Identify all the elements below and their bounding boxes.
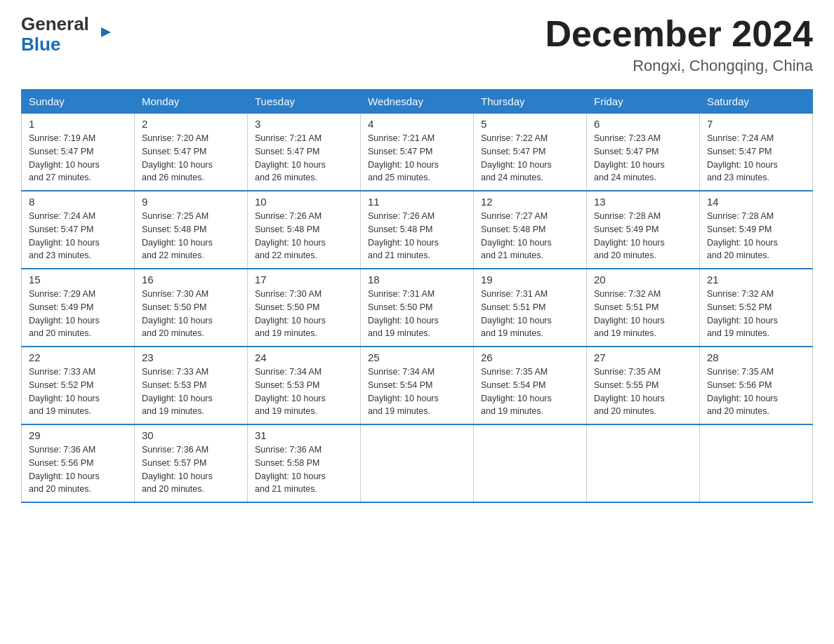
day-info: Sunrise: 7:36 AMSunset: 5:56 PMDaylight:… <box>29 443 127 496</box>
calendar-cell: 2 Sunrise: 7:20 AMSunset: 5:47 PMDayligh… <box>135 114 248 192</box>
day-number: 9 <box>142 196 240 208</box>
day-number: 22 <box>29 351 127 363</box>
calendar-cell <box>587 424 700 502</box>
calendar-cell: 24 Sunrise: 7:34 AMSunset: 5:53 PMDaylig… <box>248 347 361 424</box>
day-info: Sunrise: 7:30 AMSunset: 5:50 PMDaylight:… <box>142 288 240 340</box>
calendar-cell: 21 Sunrise: 7:32 AMSunset: 5:52 PMDaylig… <box>700 269 813 347</box>
calendar-header-friday: Friday <box>587 90 700 114</box>
day-number: 1 <box>29 118 127 130</box>
calendar-cell: 3 Sunrise: 7:21 AMSunset: 5:47 PMDayligh… <box>248 114 361 192</box>
day-number: 14 <box>707 196 805 208</box>
day-number: 18 <box>368 274 466 286</box>
month-title: December 2024 <box>545 14 813 54</box>
logo-blue-text: Blue <box>21 34 60 55</box>
calendar-header-thursday: Thursday <box>474 90 587 114</box>
svg-marker-0 <box>101 27 111 37</box>
day-number: 27 <box>594 351 692 363</box>
day-number: 19 <box>481 274 579 286</box>
day-info: Sunrise: 7:28 AMSunset: 5:49 PMDaylight:… <box>707 210 805 262</box>
day-number: 29 <box>29 429 127 441</box>
calendar-header-row: SundayMondayTuesdayWednesdayThursdayFrid… <box>22 90 813 114</box>
day-info: Sunrise: 7:26 AMSunset: 5:48 PMDaylight:… <box>255 210 353 262</box>
calendar-cell: 17 Sunrise: 7:30 AMSunset: 5:50 PMDaylig… <box>248 269 361 347</box>
day-number: 3 <box>255 118 353 130</box>
calendar-cell: 14 Sunrise: 7:28 AMSunset: 5:49 PMDaylig… <box>700 191 813 269</box>
logo: General Blue <box>21 14 100 54</box>
calendar-table: SundayMondayTuesdayWednesdayThursdayFrid… <box>21 89 813 503</box>
day-info: Sunrise: 7:32 AMSunset: 5:51 PMDaylight:… <box>594 288 692 340</box>
calendar-header-tuesday: Tuesday <box>248 90 361 114</box>
title-block: December 2024 Rongxi, Chongqing, China <box>545 14 813 75</box>
logo-general-text: General <box>21 14 89 34</box>
day-info: Sunrise: 7:24 AMSunset: 5:47 PMDaylight:… <box>707 132 805 185</box>
calendar-cell: 13 Sunrise: 7:28 AMSunset: 5:49 PMDaylig… <box>587 191 700 269</box>
day-info: Sunrise: 7:23 AMSunset: 5:47 PMDaylight:… <box>594 132 692 185</box>
day-info: Sunrise: 7:35 AMSunset: 5:54 PMDaylight:… <box>481 365 579 418</box>
day-info: Sunrise: 7:35 AMSunset: 5:55 PMDaylight:… <box>594 365 692 418</box>
day-info: Sunrise: 7:34 AMSunset: 5:54 PMDaylight:… <box>368 365 466 418</box>
day-info: Sunrise: 7:34 AMSunset: 5:53 PMDaylight:… <box>255 365 353 418</box>
day-number: 13 <box>594 196 692 208</box>
day-info: Sunrise: 7:31 AMSunset: 5:50 PMDaylight:… <box>368 288 466 340</box>
calendar-cell: 20 Sunrise: 7:32 AMSunset: 5:51 PMDaylig… <box>587 269 700 347</box>
calendar-week-5: 29 Sunrise: 7:36 AMSunset: 5:56 PMDaylig… <box>22 424 813 502</box>
day-info: Sunrise: 7:21 AMSunset: 5:47 PMDaylight:… <box>255 132 353 185</box>
calendar-cell: 28 Sunrise: 7:35 AMSunset: 5:56 PMDaylig… <box>700 347 813 424</box>
day-number: 15 <box>29 274 127 286</box>
day-number: 2 <box>142 118 240 130</box>
calendar-cell: 10 Sunrise: 7:26 AMSunset: 5:48 PMDaylig… <box>248 191 361 269</box>
day-number: 31 <box>255 429 353 441</box>
day-info: Sunrise: 7:20 AMSunset: 5:47 PMDaylight:… <box>142 132 240 185</box>
calendar-week-2: 8 Sunrise: 7:24 AMSunset: 5:47 PMDayligh… <box>22 191 813 269</box>
day-number: 26 <box>481 351 579 363</box>
day-number: 23 <box>142 351 240 363</box>
calendar-cell: 11 Sunrise: 7:26 AMSunset: 5:48 PMDaylig… <box>361 191 474 269</box>
day-info: Sunrise: 7:22 AMSunset: 5:47 PMDaylight:… <box>481 132 579 185</box>
calendar-week-3: 15 Sunrise: 7:29 AMSunset: 5:49 PMDaylig… <box>22 269 813 347</box>
calendar-cell: 7 Sunrise: 7:24 AMSunset: 5:47 PMDayligh… <box>700 114 813 192</box>
calendar-header-saturday: Saturday <box>700 90 813 114</box>
day-number: 8 <box>29 196 127 208</box>
page-header: General Blue December 2024 Rongxi, Chong… <box>21 14 813 75</box>
calendar-cell: 8 Sunrise: 7:24 AMSunset: 5:47 PMDayligh… <box>22 191 135 269</box>
day-info: Sunrise: 7:29 AMSunset: 5:49 PMDaylight:… <box>29 288 127 340</box>
day-info: Sunrise: 7:33 AMSunset: 5:53 PMDaylight:… <box>142 365 240 418</box>
calendar-cell: 1 Sunrise: 7:19 AMSunset: 5:47 PMDayligh… <box>22 114 135 192</box>
calendar-cell: 16 Sunrise: 7:30 AMSunset: 5:50 PMDaylig… <box>135 269 248 347</box>
day-number: 25 <box>368 351 466 363</box>
day-number: 20 <box>594 274 692 286</box>
day-number: 6 <box>594 118 692 130</box>
calendar-cell: 26 Sunrise: 7:35 AMSunset: 5:54 PMDaylig… <box>474 347 587 424</box>
calendar-cell: 27 Sunrise: 7:35 AMSunset: 5:55 PMDaylig… <box>587 347 700 424</box>
day-number: 7 <box>707 118 805 130</box>
location: Rongxi, Chongqing, China <box>545 57 813 75</box>
day-info: Sunrise: 7:27 AMSunset: 5:48 PMDaylight:… <box>481 210 579 262</box>
calendar-cell <box>474 424 587 502</box>
day-info: Sunrise: 7:24 AMSunset: 5:47 PMDaylight:… <box>29 210 127 262</box>
day-info: Sunrise: 7:33 AMSunset: 5:52 PMDaylight:… <box>29 365 127 418</box>
calendar-week-1: 1 Sunrise: 7:19 AMSunset: 5:47 PMDayligh… <box>22 114 813 192</box>
day-number: 12 <box>481 196 579 208</box>
calendar-cell: 9 Sunrise: 7:25 AMSunset: 5:48 PMDayligh… <box>135 191 248 269</box>
day-number: 24 <box>255 351 353 363</box>
day-number: 4 <box>368 118 466 130</box>
calendar-cell: 31 Sunrise: 7:36 AMSunset: 5:58 PMDaylig… <box>248 424 361 502</box>
day-number: 28 <box>707 351 805 363</box>
calendar-cell: 6 Sunrise: 7:23 AMSunset: 5:47 PMDayligh… <box>587 114 700 192</box>
day-info: Sunrise: 7:35 AMSunset: 5:56 PMDaylight:… <box>707 365 805 418</box>
day-info: Sunrise: 7:31 AMSunset: 5:51 PMDaylight:… <box>481 288 579 340</box>
calendar-cell: 23 Sunrise: 7:33 AMSunset: 5:53 PMDaylig… <box>135 347 248 424</box>
calendar-cell: 5 Sunrise: 7:22 AMSunset: 5:47 PMDayligh… <box>474 114 587 192</box>
day-info: Sunrise: 7:32 AMSunset: 5:52 PMDaylight:… <box>707 288 805 340</box>
calendar-header-wednesday: Wednesday <box>361 90 474 114</box>
day-info: Sunrise: 7:21 AMSunset: 5:47 PMDaylight:… <box>368 132 466 185</box>
calendar-cell: 4 Sunrise: 7:21 AMSunset: 5:47 PMDayligh… <box>361 114 474 192</box>
day-info: Sunrise: 7:28 AMSunset: 5:49 PMDaylight:… <box>594 210 692 262</box>
day-info: Sunrise: 7:26 AMSunset: 5:48 PMDaylight:… <box>368 210 466 262</box>
calendar-cell: 29 Sunrise: 7:36 AMSunset: 5:56 PMDaylig… <box>22 424 135 502</box>
calendar-cell: 18 Sunrise: 7:31 AMSunset: 5:50 PMDaylig… <box>361 269 474 347</box>
calendar-cell: 12 Sunrise: 7:27 AMSunset: 5:48 PMDaylig… <box>474 191 587 269</box>
day-number: 21 <box>707 274 805 286</box>
calendar-week-4: 22 Sunrise: 7:33 AMSunset: 5:52 PMDaylig… <box>22 347 813 424</box>
calendar-cell <box>700 424 813 502</box>
